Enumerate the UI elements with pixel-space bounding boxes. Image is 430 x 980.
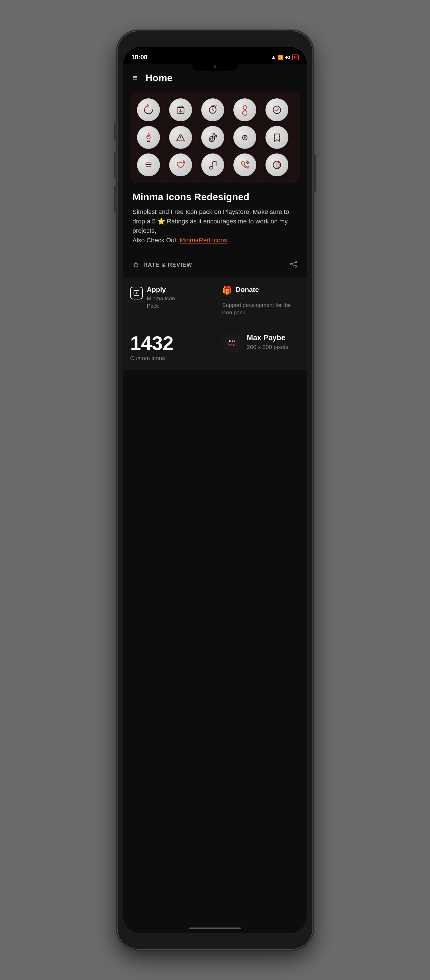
network-badge: 4G: [285, 55, 290, 60]
share-icon[interactable]: [290, 260, 298, 270]
battery-icon: 16: [292, 54, 299, 60]
donate-header: 🎁 Donate: [222, 286, 259, 295]
icon-item-music-note[interactable]: [201, 153, 224, 177]
menu-icon[interactable]: ≡: [132, 73, 138, 83]
power-button: [313, 154, 316, 192]
apply-subtitle2: Pack: [147, 302, 175, 310]
notch: [192, 63, 238, 71]
avatar-inner: MAX PAYNE: [222, 333, 242, 353]
donate-title: Donate: [236, 286, 259, 294]
icon-item-bookmark[interactable]: [265, 126, 289, 149]
app-content: ≡ Home: [123, 64, 307, 933]
svg-point-2: [273, 106, 281, 114]
icon-count-cell: 1432 Custom icons: [123, 325, 215, 370]
developer-size: 200 x 200 pixels: [247, 344, 289, 350]
rate-label: RATE & REVIEW: [143, 262, 192, 268]
wifi-icon: ▲: [271, 54, 276, 60]
developer-cell[interactable]: MAX PAYNE Max Paybe 200 x 200 pixels: [215, 325, 307, 370]
icon-count-label: Custom icons: [130, 355, 208, 362]
icon-item-arrow-rotate[interactable]: [137, 99, 160, 121]
donate-icon: 🎁: [222, 286, 232, 295]
svg-point-9: [290, 263, 292, 265]
stats-grid: 1432 Custom icons MAX PAYNE Max Paybe 20…: [123, 325, 307, 370]
signal-icon: 📶: [278, 55, 283, 60]
avatar-text-top: MAX: [229, 340, 235, 343]
home-indicator: [189, 928, 241, 929]
icon-item-spotify[interactable]: [137, 153, 160, 177]
icon-count: 1432: [130, 333, 208, 353]
svg-point-10: [295, 266, 297, 267]
svg-point-3: [180, 138, 181, 139]
svg-point-8: [295, 261, 297, 263]
developer-info: Max Paybe 200 x 200 pixels: [247, 333, 289, 350]
apply-icon: [130, 287, 143, 299]
icon-item-fire[interactable]: [137, 126, 160, 149]
icon-item-circle-half[interactable]: [265, 153, 289, 177]
icon-card: [130, 91, 300, 183]
camera-dot: [214, 65, 216, 68]
status-bar: 18:08 ▲ 📶 4G 16: [123, 47, 307, 64]
icon-item-tiktok[interactable]: [201, 126, 224, 149]
icon-item-spiral[interactable]: [233, 99, 256, 121]
icon-item-box-arrow[interactable]: [169, 99, 192, 121]
icon-item-triangle[interactable]: [169, 126, 192, 149]
volume-down-button: [114, 186, 117, 212]
avatar-text-bot: PAYNE: [227, 343, 238, 347]
volume-up-button: [114, 152, 117, 178]
phone-device: 18:08 ▲ 📶 4G 16 ≡ Home: [117, 31, 313, 949]
icon-item-clock-rotate[interactable]: [201, 99, 224, 121]
apply-cell[interactable]: Apply Minma Icon Pack: [123, 278, 215, 325]
icon-item-phone[interactable]: [233, 153, 256, 177]
app-name: Minma Icons Redesigned: [132, 191, 298, 202]
developer-avatar: MAX PAYNE: [222, 333, 242, 353]
action-grid: Apply Minma Icon Pack 🎁 Donate Support d…: [123, 278, 307, 325]
status-time: 18:08: [131, 54, 148, 61]
app-description: Simplest and Free Icon pack on Playstore…: [132, 207, 298, 245]
icon-item-heart-rotate[interactable]: [169, 153, 192, 177]
svg-line-11: [292, 262, 295, 264]
apply-subtitle1: Minma Icon: [147, 295, 175, 302]
app-info: Minma Icons Redesigned Simplest and Free…: [123, 189, 307, 253]
icon-item-circle-check[interactable]: [265, 99, 289, 121]
developer-name: Max Paybe: [247, 333, 289, 342]
donate-cell[interactable]: 🎁 Donate Support development for the ico…: [215, 278, 307, 325]
status-icons: ▲ 📶 4G 16: [271, 54, 299, 60]
rate-left[interactable]: ☆ RATE & REVIEW: [132, 261, 192, 269]
page-title: Home: [146, 72, 173, 83]
apply-title: Apply: [147, 286, 175, 294]
icon-item-threads[interactable]: [233, 126, 256, 149]
apply-text: Apply Minma Icon Pack: [147, 286, 175, 310]
volume-silent-button: [114, 123, 117, 140]
donate-subtitle: Support development for the icon pack: [222, 301, 300, 317]
star-outline-icon: ☆: [132, 261, 139, 269]
phone-screen: 18:08 ▲ 📶 4G 16 ≡ Home: [123, 47, 307, 933]
svg-line-12: [292, 264, 295, 266]
star-emoji: ⭐: [157, 218, 165, 225]
rate-bar: ☆ RATE & REVIEW: [123, 253, 307, 277]
svg-point-5: [209, 166, 213, 169]
minmared-link[interactable]: MinmaRed Icons: [180, 237, 227, 244]
icon-grid: [137, 99, 293, 177]
